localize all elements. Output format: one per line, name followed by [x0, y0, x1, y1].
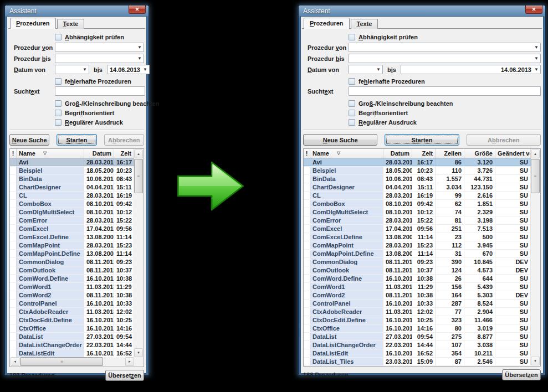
term-checkbox[interactable] [349, 110, 355, 116]
table-row[interactable]: ComDlgMultiSelect08.10.201210:12 [10, 208, 134, 216]
scroll-down-button[interactable]: ▼ [134, 348, 143, 357]
table-row[interactable]: CtxAdobeReader11.03.201312:02 [10, 308, 134, 316]
dependency-checkbox[interactable] [55, 34, 62, 40]
horizontal-scroll-thumb[interactable]: ≡ [20, 357, 103, 366]
table-row[interactable]: ComMapPoint.Define13.08.200211:1431670SU [304, 250, 531, 258]
cancel-button[interactable]: Abbrechen [467, 134, 541, 146]
column-header-zeit[interactable]: Zeit [114, 149, 134, 158]
table-row[interactable]: ComError28.03.201315:22 [10, 216, 134, 225]
table-row[interactable]: ComOutlook08.11.201210:371244.573DEV [304, 266, 531, 275]
table-row[interactable]: BinData10.06.201308:431.55744.731SU [304, 175, 531, 183]
close-button[interactable]: ✕ [525, 6, 542, 14]
table-row[interactable]: BinData10.06.201308:43 [10, 175, 134, 183]
table-row[interactable]: ControlPanel16.10.201210:33 [10, 300, 134, 308]
proc-to-combo[interactable]: ▼ [55, 54, 144, 63]
proc-to-combo[interactable]: ▼ [349, 54, 541, 63]
searchtext-input[interactable] [55, 86, 145, 96]
table-row[interactable]: DataListEdit16.10.201216:52 [10, 349, 134, 358]
date-from-combo[interactable]: ▼ [55, 65, 89, 74]
table-row[interactable]: ComMapPoint28.03.201315:231123.945SU [304, 241, 531, 250]
faulty-checkbox[interactable] [55, 78, 62, 85]
table-row[interactable]: ComDlgMultiSelect08.10.201210:12742.329S… [304, 208, 531, 216]
faulty-checkbox[interactable] [349, 78, 355, 85]
horizontal-scrollbar[interactable]: ◄ ≡ ► [11, 357, 134, 366]
scroll-up-button[interactable]: ▲ [134, 149, 143, 158]
table-row[interactable]: ComWord.Define16.10.201210:38 [10, 275, 134, 283]
column-header-flag[interactable]: ! [10, 149, 17, 158]
table-row[interactable]: CommonDialog08.11.201209:2339010.845DEV [304, 258, 531, 266]
table-row[interactable]: ComExcel.Define13.08.200211:1423500SU [304, 233, 531, 241]
table-row[interactable]: ChartDesigner04.04.201315:11 [10, 183, 134, 192]
table-row[interactable]: CtxDocEdit.Define16.10.201210:25 [10, 316, 134, 324]
titlebar[interactable]: Assistent ✕ [7, 6, 147, 16]
table-body[interactable]: Avi28.03.201316:17863.120SUBeispiel18.05… [304, 158, 531, 366]
table-row[interactable]: Beispiel18.05.200910:231103.726SU [304, 167, 531, 175]
scroll-left-button[interactable]: ◄ [11, 357, 19, 366]
tab-texte[interactable]: Texte [57, 19, 85, 29]
table-row[interactable]: ComOutlook08.11.201210:37 [10, 266, 134, 275]
case-checkbox[interactable] [349, 100, 355, 107]
table-row[interactable]: ComMapPoint.Define13.08.200211:14 [10, 250, 134, 258]
new-search-button[interactable]: Neue Suche [303, 134, 377, 146]
vertical-scroll-thumb[interactable]: ≡ [134, 159, 143, 193]
table-row[interactable]: CtxOffice16.10.201214:16 [10, 324, 134, 333]
titlebar[interactable]: Assistent ✕ [300, 6, 544, 16]
table-row[interactable]: ComExcel.Define13.08.200211:14 [10, 233, 134, 241]
table-row[interactable]: ChartDesigner04.04.201315:113.034123.150… [304, 183, 531, 192]
table-row[interactable]: Avi28.03.201316:17863.120SU [304, 158, 531, 167]
proc-from-combo[interactable]: ▼ [349, 43, 541, 52]
table-row[interactable]: CL28.03.201316:19992.616SU [304, 192, 531, 200]
table-row[interactable]: ComboBox08.10.201209:42621.851SU [304, 200, 531, 208]
vertical-scrollbar[interactable]: ▲ ≡ ▼ [531, 149, 540, 365]
vertical-scrollbar[interactable]: ▲ ≡ ▼ [134, 149, 143, 357]
table-row[interactable]: ComWord208.11.201210:38 [10, 291, 134, 300]
table-row[interactable]: Beispiel18.05.200910:23 [10, 167, 134, 175]
column-header-zeit[interactable]: Zeit [412, 149, 436, 158]
tab-texte[interactable]: Texte [351, 19, 378, 29]
table-row[interactable]: CtxDocEdit.Define16.10.201210:2532311.46… [304, 316, 531, 324]
scroll-right-button[interactable]: ► [125, 357, 134, 366]
table-row[interactable]: ComboBox08.10.201209:42 [10, 200, 134, 208]
start-button[interactable]: Starten [57, 134, 96, 146]
table-row[interactable]: DataList_Tiles23.03.201315:09872.546SU [304, 358, 531, 366]
table-row[interactable]: DataList27.03.201309:542758.877SU [304, 333, 531, 341]
tab-prozeduren[interactable]: Prozeduren [304, 18, 350, 29]
tab-prozeduren[interactable]: Prozeduren [10, 18, 56, 29]
proc-from-combo[interactable]: ▼ [55, 43, 144, 52]
column-header-name[interactable]: Name ▽ [17, 149, 84, 158]
table-row[interactable]: ControlPanel16.10.201210:332878.524SU [304, 300, 531, 308]
searchtext-input[interactable] [349, 86, 541, 96]
translate-button[interactable]: Übersetzen [105, 370, 144, 381]
date-from-combo[interactable]: ▼ [349, 65, 383, 74]
table-row[interactable]: DataListChangeOrder22.03.201314:44 [10, 341, 134, 349]
table-row[interactable]: DataListEdit16.10.201216:5235410.211SU [304, 349, 531, 358]
table-row[interactable]: CtxOffice16.10.201214:16803.019SU [304, 324, 531, 333]
table-row[interactable]: ComError28.03.201315:22813.198SU [304, 216, 531, 225]
column-header-datum[interactable]: Datum [84, 149, 114, 158]
column-header-zeilen[interactable]: Zeilen [436, 149, 464, 158]
case-checkbox[interactable] [55, 100, 62, 107]
regex-checkbox[interactable] [55, 119, 62, 126]
column-header-groesse[interactable]: Größe [464, 149, 495, 158]
term-checkbox[interactable] [55, 110, 62, 116]
table-row[interactable]: ComWord111.03.201311:29 [10, 283, 134, 291]
table-row[interactable]: DataList27.03.201309:54 [10, 333, 134, 341]
regex-checkbox[interactable] [349, 119, 355, 126]
table-row[interactable]: CL28.03.201316:19 [10, 192, 134, 200]
scroll-track[interactable] [103, 357, 125, 366]
table-row[interactable]: ComExcel17.04.201309:56 [10, 225, 134, 233]
column-header-flag[interactable]: ! [304, 149, 310, 158]
column-header-name[interactable]: Name ▽ [310, 149, 383, 158]
table-row[interactable]: ComWord111.03.201311:291565.439SU [304, 283, 531, 291]
vertical-scroll-thumb[interactable]: ≡ [531, 159, 540, 193]
new-search-button[interactable]: Neue Suche [9, 134, 49, 146]
table-row[interactable]: ComMapPoint28.03.201315:23 [10, 241, 134, 250]
table-body[interactable]: Avi28.03.201316:17Beispiel18.05.200910:2… [10, 158, 134, 367]
table-row[interactable]: Avi28.03.201316:17 [10, 158, 134, 167]
date-to-combo[interactable]: 14.06.2013 ▼ [401, 65, 541, 74]
table-row[interactable]: CtxAdobeReader11.03.201312:02772.904SU [304, 308, 531, 316]
scroll-up-button[interactable]: ▲ [531, 149, 540, 158]
start-button[interactable]: Starten [385, 134, 459, 146]
translate-button[interactable]: Übersetzen [502, 369, 541, 380]
column-header-geaendert-von[interactable]: Geändert von [495, 149, 531, 158]
